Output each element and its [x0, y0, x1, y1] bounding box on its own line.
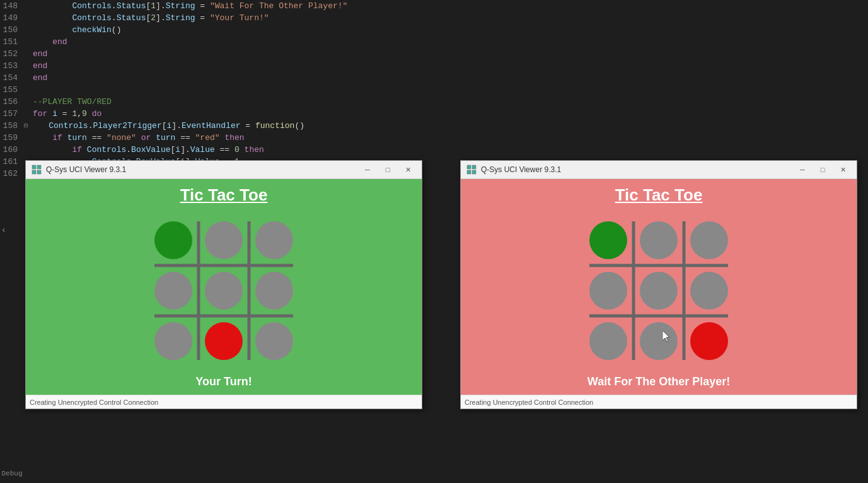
game-area-2: Tic Tac Toe Wait For The Other Player!	[461, 179, 857, 395]
ttt-circle-gray	[154, 272, 192, 310]
svg-rect-3	[37, 170, 41, 174]
titlebar-1[interactable]: Q-Sys UCI Viewer 9.3.1 ─ □ ✕	[26, 161, 422, 179]
ttt-cell[interactable]	[148, 215, 199, 265]
viewer-window-2: Q-Sys UCI Viewer 9.3.1 ─ □ ✕ Tic Tac Toe…	[460, 160, 857, 409]
ttt-cell[interactable]	[684, 265, 734, 316]
ttt-cell[interactable]	[583, 265, 634, 316]
ttt-board-2[interactable]	[583, 215, 734, 366]
ttt-circle-gray	[589, 272, 627, 310]
window-controls-1[interactable]: ─ □ ✕	[359, 163, 417, 176]
window-controls-2[interactable]: ─ □ ✕	[794, 163, 852, 176]
statusbar-1: Creating Unencrypted Control Connection	[26, 395, 422, 409]
ttt-cell[interactable]	[583, 215, 634, 265]
code-line: 156--PLAYER TWO/RED	[0, 96, 868, 108]
code-line: 153end	[0, 60, 868, 72]
ttt-circle-gray	[205, 221, 243, 259]
window-icon-2	[466, 164, 477, 175]
game-title-2: Tic Tac Toe	[615, 185, 703, 205]
debug-label: Debug	[1, 470, 22, 477]
ttt-circle-gray	[640, 221, 678, 259]
ttt-circle-gray	[690, 221, 728, 259]
window-title-1: Q-Sys UCI Viewer 9.3.1	[46, 165, 359, 174]
ttt-circle-gray	[640, 272, 678, 310]
game-title-1: Tic Tac Toe	[180, 185, 268, 205]
ttt-cell[interactable]	[249, 316, 299, 366]
status-text-1: Your Turn!	[195, 375, 252, 388]
ttt-cell[interactable]	[199, 316, 249, 366]
ttt-cell[interactable]	[684, 215, 734, 265]
ttt-cell[interactable]	[583, 316, 634, 366]
maximize-btn-2[interactable]: □	[814, 163, 831, 176]
close-btn-2[interactable]: ✕	[834, 163, 852, 176]
window-title-2: Q-Sys UCI Viewer 9.3.1	[481, 165, 794, 174]
ttt-circle-gray	[640, 322, 678, 360]
ttt-board-1[interactable]	[148, 215, 299, 366]
code-line: 151 end	[0, 36, 868, 48]
ttt-circle-green	[154, 221, 192, 259]
ttt-circle-gray	[690, 272, 728, 310]
code-line: 157for i = 1,9 do	[0, 108, 868, 120]
scroll-left-arrow[interactable]: ‹	[0, 221, 8, 240]
ttt-cell[interactable]	[634, 316, 684, 366]
code-line: 155	[0, 84, 868, 96]
statusbar-2: Creating Unencrypted Control Connection	[461, 395, 857, 409]
ttt-cell[interactable]	[249, 265, 299, 316]
code-line: 160 if Controls.BoxValue[i].Value == 0 t…	[0, 144, 868, 156]
viewer-window-1: Q-Sys UCI Viewer 9.3.1 ─ □ ✕ Tic Tac Toe…	[25, 160, 422, 409]
code-line: 159 if turn == "none" or turn == "red" t…	[0, 132, 868, 144]
ttt-circle-gray	[205, 272, 243, 310]
svg-rect-2	[32, 170, 36, 174]
window-icon-1	[31, 164, 42, 175]
statusbar-text-2: Creating Unencrypted Control Connection	[465, 399, 593, 406]
ttt-cell[interactable]	[249, 215, 299, 265]
code-line: 150 checkWin()	[0, 24, 868, 36]
svg-rect-11	[472, 170, 476, 174]
svg-rect-8	[467, 165, 471, 169]
code-line: 148 Controls.Status[1].String = "Wait Fo…	[0, 0, 868, 12]
ttt-circle-green	[589, 221, 627, 259]
ttt-circle-gray	[255, 272, 293, 310]
ttt-cell[interactable]	[199, 265, 249, 316]
ttt-circle-gray	[255, 322, 293, 360]
ttt-cell[interactable]	[634, 215, 684, 265]
code-lines: 148 Controls.Status[1].String = "Wait Fo…	[0, 0, 868, 180]
status-text-2: Wait For The Other Player!	[587, 375, 730, 388]
titlebar-2[interactable]: Q-Sys UCI Viewer 9.3.1 ─ □ ✕	[461, 161, 857, 179]
code-line: 152end	[0, 48, 868, 60]
ttt-cell[interactable]	[148, 265, 199, 316]
ttt-cell[interactable]	[684, 316, 734, 366]
ttt-cell[interactable]	[199, 215, 249, 265]
maximize-btn-1[interactable]: □	[379, 163, 396, 176]
minimize-btn-1[interactable]: ─	[359, 163, 376, 176]
ttt-circle-gray	[255, 221, 293, 259]
ttt-cell[interactable]	[634, 265, 684, 316]
ttt-circle-red	[690, 322, 728, 360]
code-line: 154end	[0, 72, 868, 84]
code-line: 158⊟ Controls.Player2Trigger[i].EventHan…	[0, 120, 868, 132]
code-line: 149 Controls.Status[2].String = "Your Tu…	[0, 12, 868, 24]
close-btn-1[interactable]: ✕	[399, 163, 417, 176]
ttt-circle-red	[205, 322, 243, 360]
debug-panel: Debug	[0, 464, 24, 483]
statusbar-text-1: Creating Unencrypted Control Connection	[30, 399, 158, 406]
ttt-cell[interactable]	[148, 316, 199, 366]
svg-rect-10	[467, 170, 471, 174]
game-area-1: Tic Tac Toe Your Turn!	[26, 179, 422, 395]
svg-rect-0	[32, 165, 36, 169]
minimize-btn-2[interactable]: ─	[794, 163, 811, 176]
svg-rect-1	[37, 165, 41, 169]
ttt-circle-gray	[589, 322, 627, 360]
svg-rect-9	[472, 165, 476, 169]
ttt-circle-gray	[154, 322, 192, 360]
